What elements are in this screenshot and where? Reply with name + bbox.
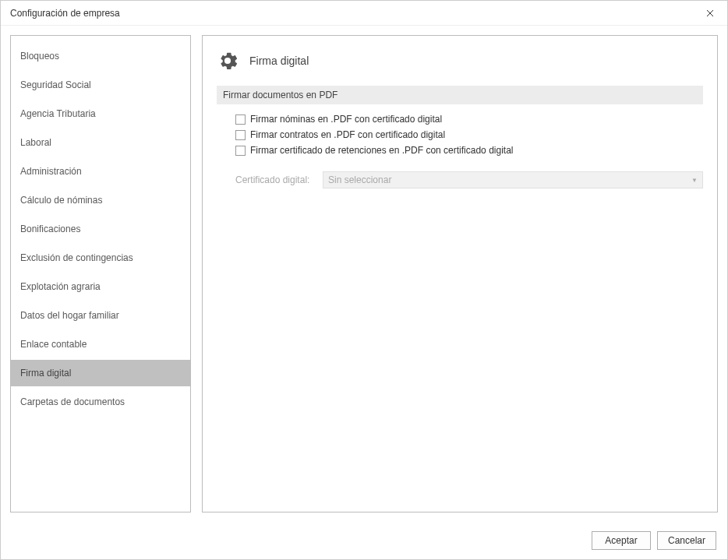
checkbox-firmar-contratos[interactable]: Firmar contratos en .PDF con certificado… [235,129,703,140]
sidebar-item-laboral[interactable]: Laboral [11,129,190,156]
sidebar-item-carpetas-documentos[interactable]: Carpetas de documentos [11,389,190,415]
footer: Aceptar Cancelar [1,522,727,559]
gear-icon [217,50,239,72]
checkbox-input-contratos[interactable] [235,130,246,140]
sidebar-item-explotacion-agraria[interactable]: Explotación agraria [11,273,190,300]
config-window: Configuración de empresa Bloqueos Seguri… [0,0,728,560]
checkbox-firmar-retenciones[interactable]: Firmar certificado de retenciones en .PD… [235,145,703,156]
sidebar-item-bonificaciones[interactable]: Bonificaciones [11,216,190,242]
checkbox-label: Firmar contratos en .PDF con certificado… [250,129,445,140]
sidebar-item-administracion[interactable]: Administración [11,158,190,185]
sidebar-item-agencia-tributaria[interactable]: Agencia Tributaria [11,100,190,127]
page-title: Firma digital [249,55,309,67]
sidebar-item-calculo-nominas[interactable]: Cálculo de nóminas [11,187,190,213]
page-header: Firma digital [217,50,703,72]
chevron-down-icon: ▼ [691,177,698,184]
close-button[interactable] [693,1,727,26]
checkbox-group: Firmar nóminas en .PDF con certificado d… [217,114,703,160]
titlebar: Configuración de empresa [1,1,727,26]
checkbox-label: Firmar certificado de retenciones en .PD… [250,145,513,156]
checkbox-input-nominas[interactable] [235,114,246,125]
sidebar-item-bloqueos[interactable]: Bloqueos [11,43,190,69]
certificate-row: Certificado digital: Sin seleccionar ▼ [217,171,703,188]
certificate-label: Certificado digital: [235,174,313,185]
checkbox-firmar-nominas[interactable]: Firmar nóminas en .PDF con certificado d… [235,114,703,125]
close-icon [706,9,714,17]
sidebar-item-datos-hogar-familiar[interactable]: Datos del hogar familiar [11,302,190,329]
sidebar: Bloqueos Seguridad Social Agencia Tribut… [10,35,191,512]
certificate-select[interactable]: Sin seleccionar ▼ [323,171,703,188]
window-title: Configuración de empresa [10,8,120,19]
accept-button[interactable]: Aceptar [592,531,651,550]
content-area: Bloqueos Seguridad Social Agencia Tribut… [1,26,727,522]
sidebar-item-firma-digital[interactable]: Firma digital [11,360,190,386]
cancel-button[interactable]: Cancelar [657,531,716,550]
sidebar-item-enlace-contable[interactable]: Enlace contable [11,331,190,357]
sidebar-item-seguridad-social[interactable]: Seguridad Social [11,72,190,98]
certificate-value: Sin seleccionar [328,174,391,185]
main-panel: Firma digital Firmar documentos en PDF F… [202,35,718,512]
checkbox-input-retenciones[interactable] [235,146,246,156]
checkbox-label: Firmar nóminas en .PDF con certificado d… [250,114,442,125]
sidebar-item-exclusion-contingencias[interactable]: Exclusión de contingencias [11,245,190,271]
section-header: Firmar documentos en PDF [217,86,703,104]
